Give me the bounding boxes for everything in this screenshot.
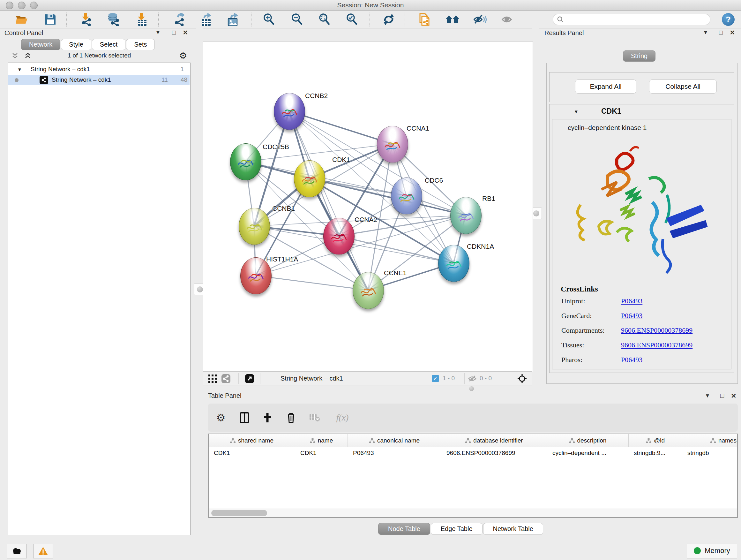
network-node-CCNB1[interactable] [239, 208, 270, 245]
table-horizontal-scrollbar[interactable] [209, 509, 737, 517]
hide-selected-icon[interactable] [472, 12, 488, 26]
export-network-icon[interactable] [172, 12, 188, 26]
column-type-icon [646, 438, 651, 443]
tab-sets[interactable]: Sets [126, 39, 155, 50]
column-type-icon [369, 438, 375, 443]
column-header--id[interactable]: @id [629, 434, 682, 447]
column-header-shared-name[interactable]: shared name [209, 434, 295, 447]
network-node-CCNB2[interactable] [274, 93, 305, 130]
expand-all-button[interactable]: Expand All [575, 79, 636, 94]
collection-expander-icon[interactable]: ▼ [17, 67, 22, 72]
network-options-gear-icon[interactable]: ⚙ [179, 51, 187, 61]
network-node-CDKN1A[interactable] [438, 245, 469, 282]
warnings-button[interactable] [33, 544, 53, 558]
hidden-eye-icon[interactable] [468, 374, 477, 383]
network-node-CCNA1[interactable] [377, 126, 408, 163]
network-node-CCNA2[interactable] [323, 218, 354, 255]
selected-nodes-checkbox[interactable]: ✓ [432, 375, 439, 382]
import-network-from-database-icon[interactable] [106, 12, 121, 26]
tab-string[interactable]: String [623, 51, 656, 62]
network-row[interactable]: String Network – cdk1 11 48 [8, 75, 190, 85]
delete-table-icon[interactable] [308, 411, 322, 425]
delete-column-trash-icon[interactable] [284, 411, 298, 425]
control-panel-float-icon[interactable]: □ [170, 29, 178, 36]
import-table-from-file-icon[interactable] [134, 12, 149, 26]
network-node-CDK1[interactable] [294, 160, 325, 197]
network-node-RB1[interactable] [450, 197, 482, 234]
search-input[interactable] [564, 16, 710, 23]
column-header-namespace[interactable]: namespace [682, 434, 737, 447]
crosslink-link[interactable]: P06493 [621, 312, 643, 320]
zoom-fit-content-icon[interactable] [317, 12, 333, 26]
export-view-icon[interactable] [245, 374, 254, 383]
results-panel-float-icon[interactable]: □ [717, 29, 725, 36]
table-cell[interactable]: P06493 [348, 447, 441, 459]
show-all-icon[interactable] [500, 12, 515, 26]
network-node-CDC6[interactable] [391, 178, 422, 214]
results-panel-close-icon[interactable]: ✕ [728, 29, 737, 37]
help-button[interactable]: ? [722, 13, 735, 26]
horizontal-divider-grip[interactable] [467, 386, 476, 390]
table-panel-close-icon[interactable]: ✕ [730, 392, 738, 400]
zoom-selected-icon[interactable] [345, 12, 360, 26]
network-collection-row[interactable]: ▼ String Network – cdk1 1 [8, 64, 190, 75]
folder-icon [15, 14, 28, 25]
network-view-toolbar: String Network – cdk1 ✓ 1 - 0 0 - 0 [203, 371, 532, 385]
crosslink-link[interactable]: 9606.ENSP00000378699 [621, 326, 692, 334]
open-session-icon[interactable] [14, 12, 29, 26]
create-column-icon[interactable] [238, 411, 252, 425]
toolbar-search-box[interactable] [553, 14, 711, 25]
control-panel-close-icon[interactable]: ✕ [181, 29, 190, 37]
collapse-all-button[interactable]: Collapse All [649, 79, 717, 94]
column-header-label: canonical name [377, 437, 420, 444]
table-cell[interactable]: 9606.ENSP00000378699 [441, 447, 547, 459]
table-cell[interactable]: cyclin–dependent ... [547, 447, 629, 459]
cloud-status-button[interactable] [7, 544, 27, 558]
save-session-icon[interactable] [43, 12, 58, 26]
tab-edge-table[interactable]: Edge Table [431, 523, 482, 535]
table-row[interactable]: CDK1CDK1P064939606.ENSP00000378699cyclin… [209, 447, 737, 459]
tab-network-table[interactable]: Network Table [483, 523, 543, 535]
zoom-out-icon[interactable] [290, 12, 305, 26]
tab-network[interactable]: Network [21, 39, 60, 50]
table-cell[interactable]: stringdb:9... [629, 447, 682, 459]
apply-layout-icon[interactable] [381, 12, 396, 26]
birds-eye-view-icon[interactable] [221, 374, 231, 383]
import-network-from-file-icon[interactable] [78, 12, 94, 26]
network-node-CCNE1[interactable] [353, 272, 384, 309]
table-panel-float-icon[interactable]: □ [718, 392, 726, 399]
network-node-CDC25B[interactable] [230, 143, 261, 180]
crosslink-link[interactable]: P06493 [621, 297, 643, 305]
crosslink-link[interactable]: 9606.ENSP00000378699 [621, 341, 692, 349]
tab-node-table[interactable]: Node Table [378, 523, 430, 535]
network-canvas[interactable]: CCNB2 CCNA1 CDC25B CDK1 CDC6 RB1 CCNB1 C… [203, 42, 533, 372]
protein-ribbon-thumbnail [454, 205, 478, 229]
scrollbar-thumb[interactable] [211, 510, 267, 516]
table-options-gear-icon[interactable]: ⚙ [214, 411, 228, 425]
column-header-canonical-name[interactable]: canonical name [348, 434, 441, 447]
memory-button[interactable]: Memory [687, 543, 737, 558]
export-image-icon[interactable] [225, 12, 241, 26]
column-header-description[interactable]: description [547, 434, 629, 447]
tab-style[interactable]: Style [61, 39, 91, 50]
table-cell[interactable]: CDK1 [209, 447, 295, 459]
cdk1-collapse-icon[interactable]: ▼ [574, 109, 579, 114]
fit-selected-crosshair-icon[interactable] [517, 374, 527, 383]
first-neighbors-icon[interactable] [445, 12, 460, 26]
table-cell[interactable]: stringdb [682, 447, 737, 459]
function-builder-icon[interactable]: f(x) [331, 411, 354, 425]
column-header-name[interactable]: name [295, 434, 348, 447]
table-cell[interactable]: CDK1 [295, 447, 348, 459]
zoom-in-icon[interactable] [262, 12, 277, 26]
control-panel-menu-icon[interactable]: ▼ [154, 29, 162, 36]
export-table-icon[interactable] [199, 12, 214, 26]
column-header-database-identifier[interactable]: database identifier [441, 434, 547, 447]
table-panel-menu-icon[interactable]: ▼ [703, 393, 712, 399]
add-row-plus-icon[interactable] [260, 411, 274, 425]
tab-select[interactable]: Select [92, 39, 126, 50]
left-panel-divider[interactable] [196, 28, 203, 540]
results-panel-menu-icon[interactable]: ▼ [701, 29, 710, 36]
new-network-from-selection-icon[interactable] [417, 12, 432, 26]
crosslink-link[interactable]: P06493 [621, 356, 643, 364]
show-grid-icon[interactable] [208, 374, 217, 383]
